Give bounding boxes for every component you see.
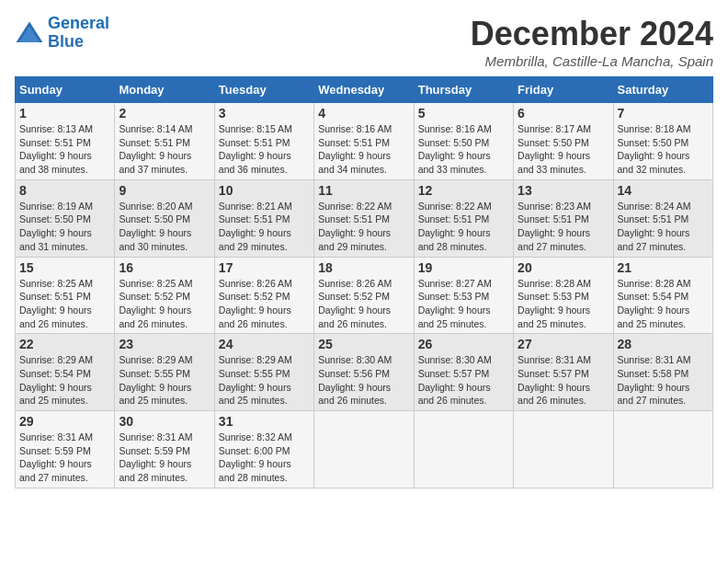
- calendar-cell: 12Sunrise: 8:22 AM Sunset: 5:51 PM Dayli…: [414, 179, 513, 257]
- day-number: 28: [618, 337, 709, 351]
- day-number: 9: [119, 183, 210, 198]
- day-number: 19: [418, 260, 509, 275]
- calendar-cell: 16Sunrise: 8:25 AM Sunset: 5:52 PM Dayli…: [115, 257, 214, 334]
- logo-line1: General: [48, 14, 109, 32]
- weekday-header-row: SundayMondayTuesdayWednesdayThursdayFrid…: [16, 77, 713, 103]
- logo-icon: [15, 20, 44, 46]
- day-number: 15: [19, 260, 110, 275]
- day-info: Sunrise: 8:31 AM Sunset: 5:57 PM Dayligh…: [518, 353, 609, 408]
- day-info: Sunrise: 8:28 AM Sunset: 5:54 PM Dayligh…: [618, 277, 709, 331]
- weekday-header-monday: Monday: [115, 77, 214, 103]
- calendar-cell: 24Sunrise: 8:29 AM Sunset: 5:55 PM Dayli…: [214, 334, 313, 411]
- calendar-cell: 13Sunrise: 8:23 AM Sunset: 5:51 PM Dayli…: [514, 179, 613, 257]
- logo: General Blue: [15, 15, 109, 52]
- day-info: Sunrise: 8:13 AM Sunset: 5:51 PM Dayligh…: [19, 122, 110, 177]
- week-row-3: 15Sunrise: 8:25 AM Sunset: 5:51 PM Dayli…: [16, 257, 713, 334]
- day-number: 2: [119, 106, 210, 121]
- day-info: Sunrise: 8:22 AM Sunset: 5:51 PM Dayligh…: [418, 200, 509, 254]
- day-number: 27: [518, 337, 609, 351]
- day-info: Sunrise: 8:26 AM Sunset: 5:52 PM Dayligh…: [318, 277, 409, 331]
- calendar-cell: 5Sunrise: 8:16 AM Sunset: 5:50 PM Daylig…: [414, 103, 513, 180]
- day-info: Sunrise: 8:29 AM Sunset: 5:54 PM Dayligh…: [19, 353, 110, 408]
- day-number: 20: [518, 260, 609, 275]
- calendar-cell: 21Sunrise: 8:28 AM Sunset: 5:54 PM Dayli…: [613, 257, 712, 334]
- day-info: Sunrise: 8:25 AM Sunset: 5:51 PM Dayligh…: [19, 277, 110, 331]
- day-info: Sunrise: 8:25 AM Sunset: 5:52 PM Dayligh…: [119, 277, 210, 331]
- weekday-header-saturday: Saturday: [613, 77, 712, 103]
- calendar-cell: 20Sunrise: 8:28 AM Sunset: 5:53 PM Dayli…: [514, 257, 613, 334]
- day-number: 14: [618, 183, 709, 198]
- calendar-cell: [613, 411, 712, 488]
- logo-line2: Blue: [48, 32, 84, 51]
- day-number: 10: [219, 183, 310, 198]
- month-title: December 2024: [471, 15, 713, 53]
- day-number: 8: [19, 183, 110, 198]
- calendar-cell: 25Sunrise: 8:30 AM Sunset: 5:56 PM Dayli…: [314, 334, 414, 411]
- calendar-table: SundayMondayTuesdayWednesdayThursdayFrid…: [15, 76, 713, 488]
- day-number: 24: [219, 337, 310, 351]
- calendar-cell: [314, 411, 414, 488]
- day-info: Sunrise: 8:31 AM Sunset: 5:59 PM Dayligh…: [119, 431, 210, 485]
- logo-text: General Blue: [48, 15, 109, 52]
- day-info: Sunrise: 8:17 AM Sunset: 5:50 PM Dayligh…: [518, 122, 609, 177]
- calendar-cell: [414, 411, 513, 488]
- day-number: 21: [618, 260, 709, 275]
- calendar-cell: 31Sunrise: 8:32 AM Sunset: 6:00 PM Dayli…: [214, 411, 313, 488]
- calendar-cell: 14Sunrise: 8:24 AM Sunset: 5:51 PM Dayli…: [613, 179, 712, 257]
- day-number: 5: [418, 106, 509, 121]
- calendar-cell: 22Sunrise: 8:29 AM Sunset: 5:54 PM Dayli…: [16, 334, 115, 411]
- day-info: Sunrise: 8:32 AM Sunset: 6:00 PM Dayligh…: [219, 431, 310, 485]
- day-number: 3: [219, 106, 310, 121]
- calendar-cell: 17Sunrise: 8:26 AM Sunset: 5:52 PM Dayli…: [214, 257, 313, 334]
- day-number: 16: [119, 260, 210, 275]
- day-number: 29: [19, 414, 110, 429]
- location-title: Membrilla, Castille-La Mancha, Spain: [471, 53, 713, 69]
- weekday-header-sunday: Sunday: [16, 77, 115, 103]
- day-number: 26: [418, 337, 509, 351]
- weekday-header-tuesday: Tuesday: [214, 77, 313, 103]
- calendar-cell: [514, 411, 613, 488]
- title-area: December 2024 Membrilla, Castille-La Man…: [471, 15, 713, 69]
- calendar-cell: 11Sunrise: 8:22 AM Sunset: 5:51 PM Dayli…: [314, 179, 414, 257]
- day-info: Sunrise: 8:28 AM Sunset: 5:53 PM Dayligh…: [518, 277, 609, 331]
- calendar-cell: 1Sunrise: 8:13 AM Sunset: 5:51 PM Daylig…: [16, 103, 115, 180]
- day-info: Sunrise: 8:27 AM Sunset: 5:53 PM Dayligh…: [418, 277, 509, 331]
- calendar-cell: 9Sunrise: 8:20 AM Sunset: 5:50 PM Daylig…: [115, 179, 214, 257]
- day-number: 30: [119, 414, 210, 429]
- calendar-cell: 2Sunrise: 8:14 AM Sunset: 5:51 PM Daylig…: [115, 103, 214, 180]
- calendar-cell: 29Sunrise: 8:31 AM Sunset: 5:59 PM Dayli…: [16, 411, 115, 488]
- day-info: Sunrise: 8:22 AM Sunset: 5:51 PM Dayligh…: [318, 200, 409, 254]
- day-number: 25: [318, 337, 409, 351]
- day-info: Sunrise: 8:19 AM Sunset: 5:50 PM Dayligh…: [19, 200, 110, 254]
- day-number: 31: [219, 414, 310, 429]
- day-info: Sunrise: 8:15 AM Sunset: 5:51 PM Dayligh…: [219, 122, 310, 177]
- header: General Blue December 2024 Membrilla, Ca…: [15, 15, 713, 69]
- day-number: 7: [618, 106, 709, 121]
- week-row-5: 29Sunrise: 8:31 AM Sunset: 5:59 PM Dayli…: [16, 411, 713, 488]
- day-info: Sunrise: 8:16 AM Sunset: 5:51 PM Dayligh…: [318, 122, 409, 177]
- day-number: 6: [518, 106, 609, 121]
- calendar-cell: 28Sunrise: 8:31 AM Sunset: 5:58 PM Dayli…: [613, 334, 712, 411]
- day-info: Sunrise: 8:30 AM Sunset: 5:56 PM Dayligh…: [318, 353, 409, 408]
- day-info: Sunrise: 8:29 AM Sunset: 5:55 PM Dayligh…: [119, 353, 210, 408]
- day-info: Sunrise: 8:18 AM Sunset: 5:50 PM Dayligh…: [618, 122, 709, 177]
- day-info: Sunrise: 8:31 AM Sunset: 5:58 PM Dayligh…: [618, 353, 709, 408]
- week-row-1: 1Sunrise: 8:13 AM Sunset: 5:51 PM Daylig…: [16, 103, 713, 180]
- day-info: Sunrise: 8:31 AM Sunset: 5:59 PM Dayligh…: [19, 431, 110, 485]
- day-info: Sunrise: 8:21 AM Sunset: 5:51 PM Dayligh…: [219, 200, 310, 254]
- day-info: Sunrise: 8:24 AM Sunset: 5:51 PM Dayligh…: [618, 200, 709, 254]
- day-number: 12: [418, 183, 509, 198]
- calendar-cell: 10Sunrise: 8:21 AM Sunset: 5:51 PM Dayli…: [214, 179, 313, 257]
- week-row-2: 8Sunrise: 8:19 AM Sunset: 5:50 PM Daylig…: [16, 179, 713, 257]
- calendar-cell: 6Sunrise: 8:17 AM Sunset: 5:50 PM Daylig…: [514, 103, 613, 180]
- weekday-header-thursday: Thursday: [414, 77, 513, 103]
- day-number: 18: [318, 260, 409, 275]
- calendar-cell: 27Sunrise: 8:31 AM Sunset: 5:57 PM Dayli…: [514, 334, 613, 411]
- calendar-cell: 30Sunrise: 8:31 AM Sunset: 5:59 PM Dayli…: [115, 411, 214, 488]
- calendar-body: 1Sunrise: 8:13 AM Sunset: 5:51 PM Daylig…: [16, 103, 713, 488]
- day-info: Sunrise: 8:23 AM Sunset: 5:51 PM Dayligh…: [518, 200, 609, 254]
- day-info: Sunrise: 8:14 AM Sunset: 5:51 PM Dayligh…: [119, 122, 210, 177]
- day-info: Sunrise: 8:26 AM Sunset: 5:52 PM Dayligh…: [219, 277, 310, 331]
- day-number: 13: [518, 183, 609, 198]
- calendar-cell: 7Sunrise: 8:18 AM Sunset: 5:50 PM Daylig…: [613, 103, 712, 180]
